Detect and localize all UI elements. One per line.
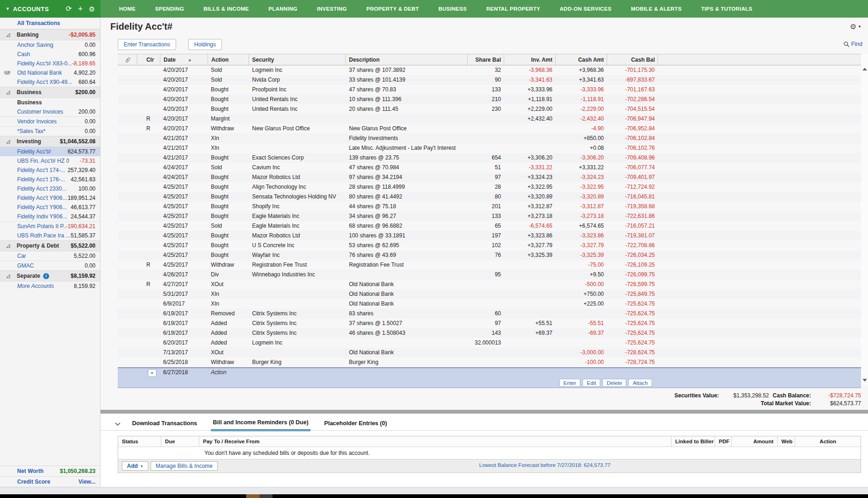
register-row[interactable]: 4/24/2017SoldCavium Inc47 shares @ 70.98… xyxy=(118,163,861,172)
sidebar-item-car[interactable]: Car5,522.00 xyxy=(0,251,100,261)
register-row[interactable]: 6/19/2017RemovedCitrix Systems Inc83 sha… xyxy=(118,309,861,319)
register-row[interactable]: 4/25/2017BoughtMazor Robotics Ltd100 sha… xyxy=(118,231,861,241)
sidebar-item-fidelity-acc-t-174[interactable]: Fidelity Acc't 174-...257,329.40 xyxy=(0,166,100,175)
register-row[interactable]: 4/20/2017SoldNvida Corp33 shares @ 101.4… xyxy=(118,75,861,85)
nav-item-bills-income[interactable]: BILLS & INCOME xyxy=(203,6,249,12)
date-column-header[interactable]: Date▲ xyxy=(160,54,208,65)
cash-bal-column-header[interactable]: Cash Bal xyxy=(607,54,658,65)
nav-item-spending[interactable]: SPENDING xyxy=(155,6,184,12)
tab-download-transactions[interactable]: Download Transactions xyxy=(130,417,199,430)
register-scrollbar[interactable] xyxy=(861,54,868,385)
collapse-panel-chevron-icon[interactable] xyxy=(114,422,121,426)
sidebar-item-cash[interactable]: Cash600.96 xyxy=(0,50,100,59)
nav-item-property-debt[interactable]: PROPERTY & DEBT xyxy=(366,6,419,12)
reminders-column-linked-to-biller[interactable]: Linked to Biller xyxy=(671,436,715,447)
sidebar-item-fidelity-acc-t[interactable]: Fidelity Acc't#624,573.77 xyxy=(0,147,100,156)
net-worth-row[interactable]: Net Worth $1,050,268.23 xyxy=(0,466,100,476)
register-row[interactable]: 6/20/2017AddedLogmein Inc32.000013-725,6… xyxy=(118,338,861,348)
nav-item-planning[interactable]: PLANNING xyxy=(268,6,297,12)
accounts-settings-gear-icon[interactable]: ⚙ xyxy=(89,6,95,13)
sidebar-item-fidelity-indiv-y906[interactable]: Fidelity Indiv Y906...24,544.37 xyxy=(0,212,100,221)
register-row[interactable]: 4/21/2017XInFidelity Investments+850.00-… xyxy=(118,134,861,143)
cash-amt-column-header[interactable]: Cash Amt xyxy=(555,54,607,65)
lowest-balance-forecast-link[interactable]: Lowest Balance Forecast before 7/27/2018… xyxy=(479,462,610,468)
register-row[interactable]: 6/9/2017XInOld National Bank+225.00-725,… xyxy=(118,299,861,309)
register-row[interactable]: R4/25/2017WithdrawRegistration Fee Trust… xyxy=(118,260,861,270)
sidebar-section-banking[interactable]: Banking-$2,005.85 xyxy=(0,29,100,40)
add-account-icon[interactable]: + xyxy=(78,5,83,13)
register-row[interactable]: 4/25/2017BoughtAlign Techonology Inc28 s… xyxy=(118,182,861,192)
share-bal-column-header[interactable]: Share Bal xyxy=(467,54,504,65)
security-column-header[interactable]: Security xyxy=(248,54,345,65)
register-row[interactable]: 4/20/2017SoldLogmein Inc37 shares @ 107.… xyxy=(118,65,861,75)
reminders-column-action[interactable]: Action xyxy=(795,436,861,447)
register-row[interactable]: R4/27/2017XOutOld National Bank-500.00-7… xyxy=(118,280,861,289)
tab-placeholder-entries-0[interactable]: Placeholder Entries (0) xyxy=(323,417,389,430)
account-actions-gear-icon[interactable]: ⚙▼ xyxy=(850,22,862,31)
register-row[interactable]: 4/20/2017BoughtUnited Rentals Inc20 shar… xyxy=(118,104,861,114)
sidebar-item-fidelity-acc-t-y906[interactable]: Fidelity Acc't Y906...46,613.77 xyxy=(0,203,100,212)
scroll-up-icon[interactable] xyxy=(862,68,867,70)
sidebar-section-property-debt[interactable]: Property & Debt$5,522.00 xyxy=(0,240,100,251)
accounts-collapse-caret-icon[interactable]: ▼ xyxy=(6,6,10,11)
register-row[interactable]: 4/20/2017BoughtUnited Rentals Inc10 shar… xyxy=(118,95,861,104)
sidebar-item-fidelity-acc-t-x83-0[interactable]: Fidelity Acc't# X83-0...-8,189.65 xyxy=(0,59,100,68)
nav-item-home[interactable]: HOME xyxy=(119,6,136,12)
credit-score-view-link[interactable]: View... xyxy=(78,479,95,485)
sidebar-item-fidelity-acc-t-x90-49[interactable]: Fidelity Acc't X90-49...680.64 xyxy=(0,77,100,87)
register-row[interactable]: R4/20/2017WithdrawNew Glarus Post Office… xyxy=(118,124,861,134)
taskbar-app-icon[interactable] xyxy=(260,494,272,498)
register-row[interactable]: 4/21/2017BoughtExact Sciences Corp139 sh… xyxy=(118,153,861,163)
sidebar-item-more-accounts[interactable]: More Accounts8,159.92 xyxy=(0,281,100,291)
attachment-column-header[interactable] xyxy=(118,54,137,65)
scroll-down-icon[interactable] xyxy=(862,379,867,382)
sidebar-item-old-national-bank[interactable]: Old National Bank4,902.20 xyxy=(0,68,100,77)
inv-amt-column-header[interactable]: Inv. Amt xyxy=(504,54,555,65)
entry-action[interactable]: Action xyxy=(208,368,248,378)
sidebar-item-fidelity-acc-t-176[interactable]: Fidelity Acc't 176-...42,561.63 xyxy=(0,175,100,184)
enter-transactions-button[interactable]: Enter Transactions xyxy=(118,39,176,50)
delete-button[interactable]: Delete xyxy=(602,379,626,387)
sidebar-item-all-transactions[interactable]: All Transactions xyxy=(0,18,100,29)
sidebar-item-business[interactable]: Business xyxy=(0,98,100,107)
register-row[interactable]: 5/31/2017XInOld National Bank+750.00-725… xyxy=(118,289,861,299)
attach-button[interactable]: Attach xyxy=(628,379,652,387)
credit-score-row[interactable]: Credit Score View... xyxy=(0,476,100,487)
register-row[interactable]: 4/25/2017BoughtWayfair Inc76 shares @ 43… xyxy=(118,250,861,260)
enter-button[interactable]: Enter xyxy=(559,379,581,387)
register-row[interactable]: 4/26/2017DivWinnebago Industries Inc95+9… xyxy=(118,270,861,280)
new-transaction-entry-row[interactable]: ▼ 6/27/2018 Action xyxy=(118,367,861,378)
sidebar-item-anchor-saving[interactable]: Anchor Saving0.00 xyxy=(0,40,100,50)
register-row[interactable]: 4/25/2017BoughtU S Concrete Inc53 shares… xyxy=(118,241,861,250)
register-row[interactable]: 4/24/2017BoughtMazor Robotics Ltd97 shar… xyxy=(118,172,861,182)
register-row[interactable]: R4/20/2017MargInt+2,432.40-2,432.40-706,… xyxy=(118,114,861,124)
reminders-column-amount[interactable]: Amount xyxy=(731,436,777,447)
sidebar-item-sunam-polaris-ii-p[interactable]: SunAm Polaris II P...-190,634.21 xyxy=(0,221,100,231)
nav-item-investing[interactable]: INVESTING xyxy=(317,6,347,12)
register-row[interactable]: 4/25/2017BoughtSensata Technologies Hold… xyxy=(118,192,861,202)
action-column-header[interactable]: Action xyxy=(208,54,248,65)
entry-date[interactable]: 6/27/2018 xyxy=(160,368,208,378)
sidebar-item-ubs-roth-pace-ira[interactable]: UBS Roth Pace Ira ...51,585.37 xyxy=(0,231,100,240)
refresh-icon[interactable]: ⟳ xyxy=(66,5,72,13)
reminders-column-pdf[interactable]: PDF xyxy=(715,436,731,447)
find-control[interactable]: Find xyxy=(843,41,862,47)
sidebar-item-sales-tax[interactable]: *Sales Tax*0.00 xyxy=(0,126,100,136)
reminders-column-web[interactable]: Web xyxy=(777,436,795,447)
reminders-column-status[interactable]: Status xyxy=(118,436,161,447)
register-row[interactable]: 4/25/2017SoldEagle Materials Inc68 share… xyxy=(118,221,861,231)
entry-dropdown-button[interactable]: ▼ xyxy=(148,369,157,377)
register-row[interactable]: 4/21/2017XInLate Misc. Adjkustment - Lat… xyxy=(118,143,861,153)
register-row[interactable]: 6/25/2018WithdrawBurger KingBurger King-… xyxy=(118,358,861,367)
description-column-header[interactable]: Description xyxy=(345,54,467,65)
taskbar-app-icon[interactable] xyxy=(246,494,260,498)
reminders-column-due[interactable]: Due xyxy=(161,436,199,447)
add-reminder-button[interactable]: Add▼ xyxy=(122,461,148,471)
register-row[interactable]: 7/13/2017XOutOld National Bank-3,000.00-… xyxy=(118,348,861,358)
tab-bill-and-income-reminders-0-due[interactable]: Bill and Income Reminders (0 Due) xyxy=(211,416,310,431)
manage-bills-income-button[interactable]: Manage Bills & Income xyxy=(151,461,218,471)
holdings-button[interactable]: Holdings xyxy=(188,39,222,50)
register-row[interactable]: 4/25/2017BoughtEagle Materials Inc34 sha… xyxy=(118,211,861,221)
clr-column-header[interactable]: Clr xyxy=(137,54,160,65)
register-row[interactable]: 6/19/2017AddedCitrix Systems Inc37 share… xyxy=(118,319,861,328)
